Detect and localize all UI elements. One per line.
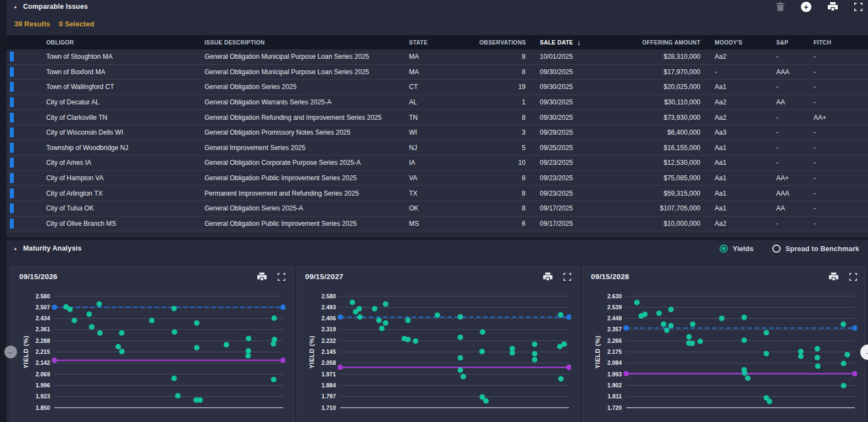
table-row[interactable]: Township of Woodbridge NJ General Improv… xyxy=(7,141,868,156)
scatter-point[interactable] xyxy=(457,368,463,373)
chart-print-button[interactable] xyxy=(829,273,838,281)
scatter-point[interactable] xyxy=(405,318,411,323)
scatter-point[interactable] xyxy=(798,349,804,354)
scatter-point[interactable] xyxy=(844,352,850,357)
chart-print-button[interactable] xyxy=(257,273,267,281)
scatter-point[interactable] xyxy=(376,318,382,323)
scatter-point[interactable] xyxy=(668,307,674,312)
chart-fullscreen-button[interactable] xyxy=(849,273,857,281)
scatter-point[interactable] xyxy=(271,377,277,382)
scatter-point[interactable] xyxy=(357,314,363,320)
scatter-point[interactable] xyxy=(698,338,703,344)
scatter-point[interactable] xyxy=(745,375,750,381)
scatter-point[interactable] xyxy=(742,370,748,376)
scatter-point[interactable] xyxy=(841,321,846,327)
scatter-point[interactable] xyxy=(558,312,563,318)
scatter-point[interactable] xyxy=(461,374,466,380)
table-row[interactable]: City of Wisconsin Dells WI General Oblig… xyxy=(7,125,868,141)
row-select-bar[interactable] xyxy=(10,143,14,153)
add-button[interactable]: + xyxy=(801,2,811,12)
scatter-point[interactable] xyxy=(457,335,463,340)
chart-fullscreen-button[interactable] xyxy=(563,273,571,281)
row-select-bar[interactable] xyxy=(10,97,14,107)
table-row[interactable]: City of Clarksville TN General Obligatio… xyxy=(7,110,868,125)
delete-button[interactable] xyxy=(776,2,784,11)
scatter-point[interactable] xyxy=(246,336,251,341)
scatter-point[interactable] xyxy=(764,330,769,336)
scatter-point[interactable] xyxy=(815,346,820,352)
scatter-point[interactable] xyxy=(86,312,92,317)
col-obligor[interactable]: OBLIGOR xyxy=(46,39,204,46)
table-row[interactable]: City of Hampton VA General Obligation Pu… xyxy=(7,171,868,186)
scatter-point[interactable] xyxy=(197,397,203,403)
table-row[interactable]: City of Ames IA General Obligation Corpo… xyxy=(7,156,868,171)
scatter-point[interactable] xyxy=(841,361,847,367)
scatter-point[interactable] xyxy=(89,324,95,330)
scatter-point[interactable] xyxy=(767,399,772,404)
scatter-point[interactable] xyxy=(668,323,674,329)
scatter-point[interactable] xyxy=(634,299,640,305)
scatter-point[interactable] xyxy=(686,334,692,340)
scatter-point[interactable] xyxy=(383,320,388,326)
table-row[interactable]: City of Olive Branch MS General Obligati… xyxy=(7,216,868,232)
table-row[interactable]: Town of Wallingford CT General Obligatio… xyxy=(7,80,868,95)
table-row[interactable]: City of Tulsa OK General Obligation Seri… xyxy=(7,201,868,216)
scatter-point[interactable] xyxy=(119,349,125,354)
scatter-point[interactable] xyxy=(413,338,418,344)
scatter-point[interactable] xyxy=(561,341,567,347)
scatter-point[interactable] xyxy=(97,330,103,336)
carousel-prev-button[interactable]: ← xyxy=(4,346,17,358)
scatter-point[interactable] xyxy=(194,345,200,351)
scatter-point[interactable] xyxy=(558,376,563,382)
collapse-caret-icon[interactable]: ▲ xyxy=(13,246,18,251)
scatter-point[interactable] xyxy=(119,330,124,336)
row-select-bar[interactable] xyxy=(10,188,14,198)
table-row[interactable]: Town of Stoughton MA General Obligation … xyxy=(7,49,868,65)
scatter-point[interactable] xyxy=(483,398,489,404)
col-offering-amount[interactable]: OFFERING AMOUNT xyxy=(632,39,705,46)
col-fitch[interactable]: FITCH xyxy=(809,39,848,46)
scatter-point[interactable] xyxy=(841,383,847,388)
row-select-bar[interactable] xyxy=(10,113,14,123)
scatter-point[interactable] xyxy=(642,312,648,317)
scatter-point[interactable] xyxy=(175,393,181,398)
scatter-point[interactable] xyxy=(664,327,670,333)
scatter-point[interactable] xyxy=(115,344,121,349)
print-button[interactable] xyxy=(828,2,838,11)
scatter-point[interactable] xyxy=(405,337,411,342)
table-row[interactable]: Town of Boxford MA General Obligation Mu… xyxy=(7,65,868,80)
col-sale-date[interactable]: SALE DATE ↓ xyxy=(530,38,632,47)
col-moodys[interactable]: MOODY'S xyxy=(705,39,771,46)
scatter-point[interactable] xyxy=(379,326,385,331)
scatter-point[interactable] xyxy=(457,355,463,360)
scatter-point[interactable] xyxy=(71,318,77,323)
row-select-bar[interactable] xyxy=(10,67,14,77)
table-row[interactable]: City of Decatur AL General Obligation Wa… xyxy=(7,95,868,110)
scatter-point[interactable] xyxy=(97,301,102,307)
scatter-point[interactable] xyxy=(372,306,377,312)
scatter-point[interactable] xyxy=(689,341,695,346)
chart-fullscreen-button[interactable] xyxy=(278,273,285,281)
radio-spread-to-benchmark[interactable]: Spread to Benchmark xyxy=(772,245,859,253)
table-row[interactable]: City of Arlington TX Permanent Improveme… xyxy=(7,186,868,201)
scatter-point[interactable] xyxy=(172,306,177,312)
scatter-point[interactable] xyxy=(661,321,666,327)
collapse-caret-icon[interactable]: ▲ xyxy=(13,4,18,9)
scatter-point[interactable] xyxy=(272,315,277,321)
col-issue-description[interactable]: ISSUE DESCRIPTION xyxy=(204,39,409,46)
scatter-point[interactable] xyxy=(245,353,251,359)
scatter-point[interactable] xyxy=(479,349,485,354)
scatter-point[interactable] xyxy=(67,307,73,312)
scatter-point[interactable] xyxy=(272,337,277,342)
scatter-point[interactable] xyxy=(350,299,355,305)
scatter-point[interactable] xyxy=(532,342,538,347)
scatter-point[interactable] xyxy=(742,337,747,343)
scatter-point[interactable] xyxy=(383,301,388,307)
scatter-point[interactable] xyxy=(764,351,769,356)
row-select-bar[interactable] xyxy=(10,127,14,137)
radio-yields[interactable]: Yields xyxy=(720,245,754,253)
scatter-point[interactable] xyxy=(532,351,538,357)
scatter-point[interactable] xyxy=(435,313,440,318)
col-state[interactable]: STATE xyxy=(409,39,479,46)
scatter-point[interactable] xyxy=(357,306,362,312)
